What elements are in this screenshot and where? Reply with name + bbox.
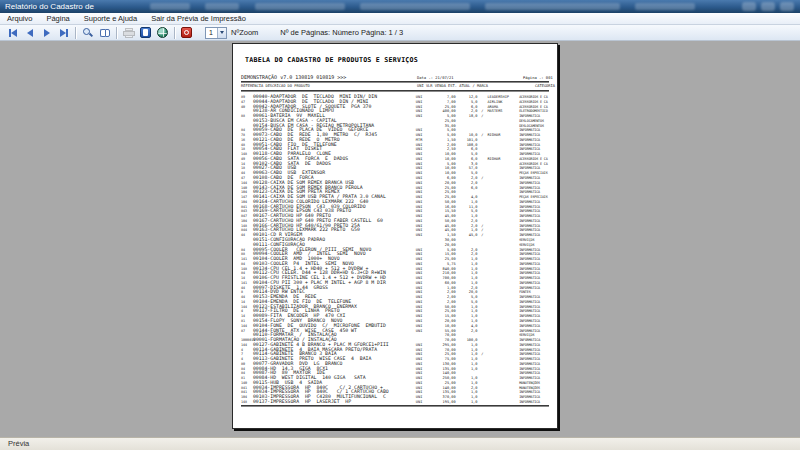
menu-arquivo[interactable]: Arquivo [0,13,39,25]
toolbar-separator [174,27,175,39]
product-table: 8900040-ADAPTADOR DE TECLADO MINI DIN/ D… [241,94,549,404]
report-header: DEMONSTRAÇÃO v7.0 130819 010819 >>> Data… [241,74,549,80]
status-bar: Prévia [0,437,800,450]
print-button[interactable] [120,26,137,40]
next-page-button[interactable] [38,26,55,40]
zoom-select[interactable]: 1 [205,27,227,39]
two-pages-button[interactable] [96,26,113,40]
table-end-line [241,405,549,407]
chevron-down-icon[interactable] [217,28,226,38]
next-page-icon [44,29,50,37]
redacted-title-segment [635,3,695,10]
last-page-icon [60,29,68,37]
redacted-title-segment [255,3,345,10]
first-page-icon [9,29,17,37]
exit-preview-button[interactable] [178,26,195,40]
separator-line [241,81,549,83]
report-title: TABELA DO CADASTRO DE PRODUTOS E SERVIÇO… [245,56,557,64]
two-pages-icon [100,29,110,37]
window-controls[interactable] [742,2,794,11]
redacted-title-segment [150,3,190,10]
table-row: 14800137-IMPRESSORA HP LASERJET HPUNI195… [241,399,549,404]
print-setup-icon [140,27,151,38]
menu-bar: Arquivo Página Suporte e Ajuda Sair da P… [0,13,800,25]
title-bar: Relatório do Cadastro de [0,0,800,13]
last-page-button[interactable] [55,26,72,40]
prev-page-button[interactable] [21,26,38,40]
separator-line [241,90,549,92]
column-headers: REFERENCIA DESCRICAO DO PRODUTO UNI VLR … [241,84,549,89]
menu-pagina[interactable]: Página [39,13,76,25]
report-page-number: Página .: 001 [523,75,553,80]
minimize-button[interactable] [742,2,756,11]
redacted-title-segment [485,3,620,10]
demo-version-line: DEMONSTRAÇÃO v7.0 130819 010819 >>> [241,74,346,80]
window-title: Relatório do Cadastro de [5,2,94,11]
zoom-icon [83,28,93,38]
close-button[interactable] [780,2,794,11]
print-setup-button[interactable] [137,26,154,40]
redacted-title-segment [360,3,470,10]
prev-page-icon [27,29,33,37]
column-header-referencia: REFERENCIA DESCRICAO DO PRODUTO [241,84,310,88]
first-page-button[interactable] [4,26,21,40]
column-header-categoria: CATEGORIA [535,84,555,88]
maximize-button[interactable] [761,2,775,11]
toolbar-separator [75,27,76,39]
exit-preview-icon [181,27,192,38]
menu-sair-da-previa[interactable]: Sair da Prévia de Impressão [144,13,253,25]
printer-icon [123,28,135,38]
column-header-valores: UNI VLR VENDA EST. ATUAL / MARCA [417,84,488,88]
zoom-select-value: 1 [206,27,217,38]
web-button[interactable] [154,26,171,40]
zoom-button[interactable] [79,26,96,40]
pages-indicator: Nº de Páginas: Número Página: 1 / 3 [280,28,403,37]
web-icon [157,27,168,38]
toolbar: 1 NºZoom Nº de Páginas: Número Página: 1… [0,25,800,41]
report-page: TABELA DO CADASTRO DE PRODUTOS E SERVIÇO… [232,43,558,429]
zoom-label: NºZoom [231,28,258,37]
preview-area: TABELA DO CADASTRO DE PRODUTOS E SERVIÇO… [0,41,800,437]
toolbar-separator [116,27,117,39]
menu-suporte-e-ajuda[interactable]: Suporte e Ajuda [77,13,144,25]
redacted-title-segment [205,3,239,10]
report-date: Data .: 21/07/21 [417,75,454,80]
status-text: Prévia [8,439,29,448]
